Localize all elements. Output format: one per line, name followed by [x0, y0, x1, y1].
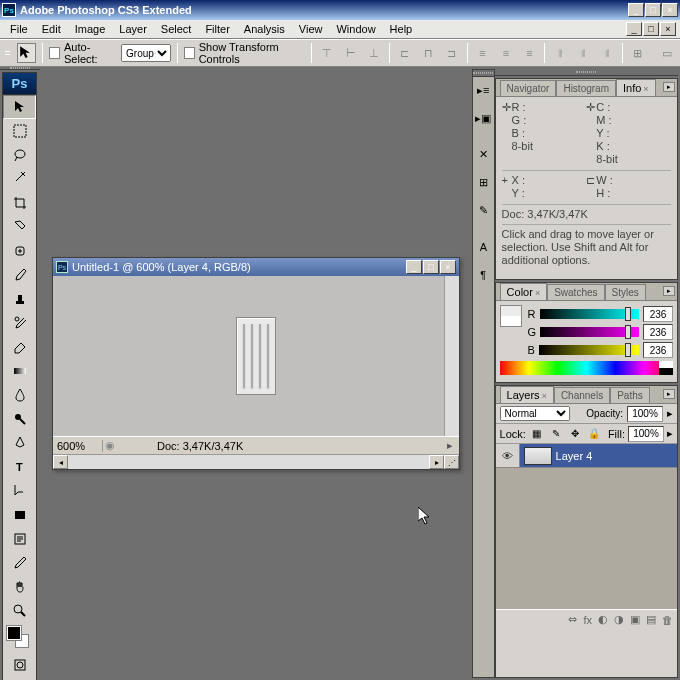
- group-select[interactable]: Group: [121, 44, 171, 62]
- slice-tool[interactable]: [3, 215, 36, 239]
- lock-transparency-icon[interactable]: ▦: [529, 426, 545, 442]
- show-transform-checkbox[interactable]: Show Transform Controls: [184, 41, 305, 65]
- panels-grip[interactable]: [495, 69, 678, 76]
- color-swatches[interactable]: [3, 623, 36, 653]
- tab-color[interactable]: Color×: [500, 283, 548, 300]
- menu-window[interactable]: Window: [330, 21, 381, 37]
- brush-tool[interactable]: [3, 263, 36, 287]
- scroll-left-icon[interactable]: ◂: [53, 455, 68, 469]
- fill-arrow-icon[interactable]: ▸: [667, 427, 673, 440]
- menu-view[interactable]: View: [293, 21, 329, 37]
- dock-clone-icon[interactable]: ⊞: [473, 169, 494, 197]
- fx-icon[interactable]: fx: [583, 614, 592, 626]
- tab-styles[interactable]: Styles: [605, 284, 646, 300]
- artboard[interactable]: [236, 317, 276, 395]
- lock-position-icon[interactable]: ✥: [567, 426, 583, 442]
- doc-minimize-button[interactable]: _: [626, 22, 642, 36]
- doc-close-button[interactable]: ×: [660, 22, 676, 36]
- scrollbar-vertical[interactable]: [444, 276, 459, 436]
- stamp-tool[interactable]: [3, 287, 36, 311]
- shape-tool[interactable]: [3, 503, 36, 527]
- arrange-icon[interactable]: ⊞: [629, 44, 647, 62]
- cell-2[interactable]: [251, 324, 253, 388]
- grip-icon[interactable]: [4, 49, 11, 57]
- resize-grip-icon[interactable]: ⋰: [444, 455, 459, 469]
- dock-paragraph-icon[interactable]: ¶: [473, 261, 494, 289]
- docwin-close[interactable]: ×: [440, 260, 456, 274]
- menu-select[interactable]: Select: [155, 21, 198, 37]
- pen-tool[interactable]: [3, 431, 36, 455]
- menu-file[interactable]: File: [4, 21, 34, 37]
- zoom-value[interactable]: 600%: [53, 440, 103, 452]
- tab-channels[interactable]: Channels: [554, 387, 610, 403]
- dock-character-icon[interactable]: A: [473, 233, 494, 261]
- move-tool-icon[interactable]: [17, 43, 36, 63]
- auto-select-checkbox[interactable]: Auto-Select:: [49, 41, 115, 65]
- doc-restore-button[interactable]: □: [643, 22, 659, 36]
- minimize-button[interactable]: _: [628, 3, 644, 17]
- menu-edit[interactable]: Edit: [36, 21, 67, 37]
- tab-paths[interactable]: Paths: [610, 387, 650, 403]
- align-bottom-icon[interactable]: ⊥: [365, 44, 383, 62]
- tab-info[interactable]: Info×: [616, 79, 656, 96]
- status-arrow-icon[interactable]: ▸: [447, 439, 459, 452]
- layer-name[interactable]: Layer 4: [556, 450, 593, 462]
- layers-menu-icon[interactable]: ▸: [663, 389, 675, 399]
- blend-mode-select[interactable]: Normal: [500, 406, 570, 421]
- canvas[interactable]: [53, 276, 459, 436]
- path-tool[interactable]: [3, 479, 36, 503]
- align-left-icon[interactable]: ⊏: [396, 44, 414, 62]
- visibility-icon[interactable]: 👁: [496, 444, 520, 467]
- fill-input[interactable]: [628, 426, 664, 442]
- adjust-icon[interactable]: ◑: [614, 613, 624, 626]
- distribute-left-icon[interactable]: ⦀: [551, 44, 569, 62]
- align-right-icon[interactable]: ⊐: [443, 44, 461, 62]
- panel-menu-icon[interactable]: ▸: [663, 82, 675, 92]
- g-input[interactable]: [643, 324, 673, 340]
- layer-thumbnail[interactable]: [524, 447, 552, 465]
- type-tool[interactable]: T: [3, 455, 36, 479]
- layer-item[interactable]: 👁 Layer 4: [496, 444, 677, 468]
- cell-4[interactable]: [267, 324, 269, 388]
- menu-analysis[interactable]: Analysis: [238, 21, 291, 37]
- zoom-tool[interactable]: [3, 599, 36, 623]
- restore-button[interactable]: □: [645, 3, 661, 17]
- menu-image[interactable]: Image: [69, 21, 112, 37]
- g-slider[interactable]: [540, 327, 639, 337]
- align-vcenter-icon[interactable]: ⊢: [342, 44, 360, 62]
- color-swatch[interactable]: [500, 305, 522, 327]
- toolbox-grip[interactable]: [0, 67, 40, 70]
- r-slider[interactable]: [540, 309, 639, 319]
- crop-tool[interactable]: [3, 191, 36, 215]
- eyedropper-tool[interactable]: [3, 551, 36, 575]
- docwin-minimize[interactable]: _: [406, 260, 422, 274]
- layer-list[interactable]: 👁 Layer 4: [496, 444, 677, 609]
- wand-tool[interactable]: [3, 167, 36, 191]
- cell-3[interactable]: [259, 324, 261, 388]
- r-input[interactable]: [643, 306, 673, 322]
- quickmask-tool[interactable]: [3, 653, 36, 677]
- link-icon[interactable]: ⇔: [568, 613, 577, 626]
- b-input[interactable]: [643, 342, 673, 358]
- b-slider[interactable]: [539, 345, 639, 355]
- heal-tool[interactable]: [3, 239, 36, 263]
- opacity-input[interactable]: [627, 406, 663, 422]
- dock-grip[interactable]: [473, 70, 494, 77]
- dock-toolpreset-icon[interactable]: ✎: [473, 197, 494, 225]
- scroll-right-icon[interactable]: ▸: [429, 455, 444, 469]
- workspace-icon[interactable]: ▭: [659, 44, 677, 62]
- tab-navigator[interactable]: Navigator: [500, 80, 557, 96]
- cell-1[interactable]: [243, 324, 245, 388]
- trash-icon[interactable]: 🗑: [662, 614, 673, 626]
- menu-help[interactable]: Help: [384, 21, 419, 37]
- dock-actions-icon[interactable]: ▸≡: [473, 77, 494, 105]
- lasso-tool[interactable]: [3, 143, 36, 167]
- spectrum-bar[interactable]: [500, 361, 673, 375]
- lock-all-icon[interactable]: 🔒: [586, 426, 602, 442]
- close-button[interactable]: ×: [662, 3, 678, 17]
- distribute-top-icon[interactable]: ≡: [474, 44, 492, 62]
- dodge-tool[interactable]: [3, 407, 36, 431]
- opacity-arrow-icon[interactable]: ▸: [667, 407, 673, 420]
- docwin-maximize[interactable]: □: [423, 260, 439, 274]
- mask-icon[interactable]: ◐: [598, 613, 608, 626]
